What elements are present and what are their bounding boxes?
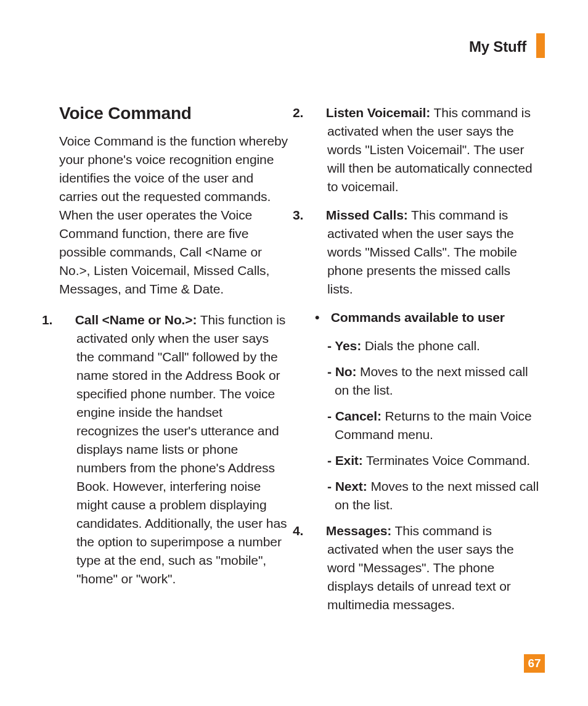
item-number: 2. [310,104,322,122]
item-label: Missed Calls: [326,208,408,222]
sub-item-cancel: Cancel: Returns to the main Voice Comman… [310,407,539,444]
header-section-title: My Stuff [469,38,526,55]
item-number: 1. [59,311,71,329]
list-item-3: 3. Missed Calls: This command is activat… [310,206,539,298]
page-number-badge: 67 [524,654,545,673]
sub-label: Next: [335,479,367,493]
sub-body: Dials the phone call. [361,339,480,353]
intro-paragraph: Voice Command is the function whereby yo… [59,132,288,298]
header: My Stuff [59,38,539,57]
page: My Stuff Voice Command Voice Command is … [0,0,588,706]
header-accent-bar [536,33,545,58]
column-right: 2. Listen Voicemail: This command is act… [310,104,539,624]
sub-item-yes: Yes: Dials the phone call. [310,337,539,355]
sub-label: Exit: [335,453,363,467]
content-columns: Voice Command Voice Command is the funct… [59,104,539,624]
column-left: Voice Command Voice Command is the funct… [59,104,288,624]
section-heading: Voice Command [59,104,288,123]
bullet-heading-label: Commands available to user [331,310,505,324]
bullet-heading: Commands available to user [310,308,539,327]
item-number: 3. [310,206,322,224]
item-label: Messages: [326,523,392,538]
list-item-2: 2. Listen Voicemail: This command is act… [310,104,539,196]
item-label: Listen Voicemail: [326,105,430,120]
item-label: Call <Name or No.>: [75,313,197,327]
item-number: 4. [310,522,322,540]
item-body: This function is activated only when the… [76,313,287,586]
sub-label: Yes: [335,339,361,353]
sub-label: Cancel: [335,409,382,423]
sub-body: Terminates Voice Command. [363,453,530,467]
sub-label: No: [335,364,357,379]
sub-body: Moves to the next missed call on the lis… [335,364,528,397]
list-item-4: 4. Messages: This command is activated w… [310,522,539,614]
sub-item-exit: Exit: Terminates Voice Command. [310,451,539,470]
sub-item-next: Next: Moves to the next missed call on t… [310,477,539,514]
list-item-1: 1. Call <Name or No.>: This function is … [59,311,288,588]
sub-item-no: No: Moves to the next missed call on the… [310,363,539,400]
